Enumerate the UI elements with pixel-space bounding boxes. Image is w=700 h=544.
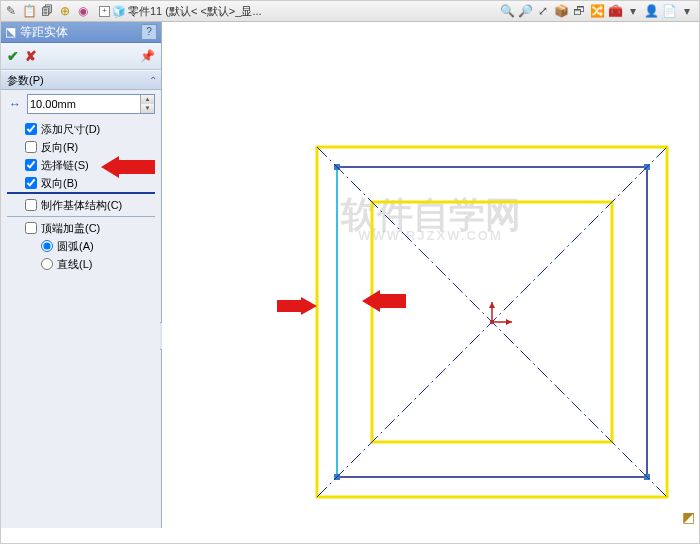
tool-icon-2[interactable]: 📋: [21, 3, 37, 19]
cap-ends-option[interactable]: 顶端加盖(C): [7, 219, 155, 237]
reverse-checkbox[interactable]: [25, 141, 37, 153]
tool-icon-1[interactable]: ✎: [3, 3, 19, 19]
parameters-section-header[interactable]: 参数(P) ⌃: [1, 70, 161, 90]
dropdown-icon-2[interactable]: ▾: [679, 3, 695, 19]
add-dimension-label: 添加尺寸(D): [41, 122, 100, 137]
app-window: ✎ 📋 🗐 ⊕ ◉ + 🧊 零件11 (默认< <默认>_显... 🔍 🔎 ⤢ …: [0, 0, 700, 544]
arc-label: 圆弧(A): [57, 239, 94, 254]
svg-point-4: [490, 320, 494, 324]
reverse-option[interactable]: 反向(R): [7, 138, 155, 156]
cap-ends-label: 顶端加盖(C): [41, 221, 100, 236]
parameters-label: 参数(P): [7, 73, 44, 88]
distance-icon: ↔: [7, 97, 23, 111]
top-toolbar: ✎ 📋 🗐 ⊕ ◉ + 🧊 零件11 (默认< <默认>_显... 🔍 🔎 ⤢ …: [1, 1, 699, 22]
tool-icon-4[interactable]: ⊕: [57, 3, 73, 19]
offset-distance-row: ↔ 10.00mm ▲▼: [7, 94, 155, 114]
zoom-area-icon[interactable]: 🔎: [517, 3, 533, 19]
bidirectional-option[interactable]: 双向(B): [7, 174, 155, 192]
spin-buttons[interactable]: ▲▼: [140, 95, 154, 113]
main-body: ⬔ 等距实体 ? ✔ ✘ 📌 参数(P) ⌃ ↔ 10.00mm ▲▼: [1, 22, 699, 528]
cancel-button[interactable]: ✘: [25, 48, 37, 64]
ok-button[interactable]: ✔: [7, 48, 19, 64]
offset-distance-input[interactable]: 10.00mm ▲▼: [27, 94, 155, 114]
pan-icon[interactable]: ⤢: [535, 3, 551, 19]
separator: [7, 216, 155, 217]
tool-icon-3[interactable]: 🗐: [39, 3, 55, 19]
tree-expand-icon[interactable]: +: [99, 6, 110, 17]
make-base-label: 制作基体结构(C): [41, 198, 122, 213]
sketch-svg: [162, 22, 700, 542]
line-radio[interactable]: [41, 258, 53, 270]
hide-show-icon[interactable]: 🧰: [607, 3, 623, 19]
chevron-up-icon: ⌃: [149, 75, 157, 86]
add-dimension-checkbox[interactable]: [25, 123, 37, 135]
graphics-canvas[interactable]: 软件自学网 WWW.RJZXW.COM: [162, 22, 699, 528]
tool-icon-5[interactable]: ◉: [75, 3, 91, 19]
arc-radio[interactable]: [41, 240, 53, 252]
panel-confirm-row: ✔ ✘ 📌: [1, 43, 161, 70]
arc-option[interactable]: 圆弧(A): [7, 237, 155, 255]
select-chain-checkbox[interactable]: [25, 159, 37, 171]
scene-icon[interactable]: 📄: [661, 3, 677, 19]
line-option[interactable]: 直线(L): [7, 255, 155, 273]
section-view-icon[interactable]: 🗗: [571, 3, 587, 19]
svg-marker-1: [489, 302, 495, 308]
display-style-icon[interactable]: 🔀: [589, 3, 605, 19]
offset-entities-icon: ⬔: [5, 25, 16, 39]
select-chain-option[interactable]: 选择链(S): [7, 156, 155, 174]
make-base-checkbox[interactable]: [25, 199, 37, 211]
make-base-option[interactable]: 制作基体结构(C): [7, 196, 155, 214]
property-panel: ⬔ 等距实体 ? ✔ ✘ 📌 参数(P) ⌃ ↔ 10.00mm ▲▼: [1, 22, 162, 528]
selection-underline: [7, 192, 155, 194]
view-toolbar: 🔍 🔎 ⤢ 📦 🗗 🔀 🧰 ▾ 👤 📄 ▾: [499, 3, 695, 19]
svg-marker-3: [506, 319, 512, 325]
bidirectional-checkbox[interactable]: [25, 177, 37, 189]
select-chain-label: 选择链(S): [41, 158, 89, 173]
panel-title-bar: ⬔ 等距实体 ?: [1, 22, 161, 43]
offset-distance-value: 10.00mm: [30, 98, 76, 110]
document-title-area: + 🧊 零件11 (默认< <默认>_显...: [99, 4, 262, 19]
appearance-icon[interactable]: 👤: [643, 3, 659, 19]
add-dimension-option[interactable]: 添加尺寸(D): [7, 120, 155, 138]
parameters-section-body: ↔ 10.00mm ▲▼ 添加尺寸(D) 反向(R): [1, 90, 161, 281]
bidirectional-label: 双向(B): [41, 176, 78, 191]
triad-icon[interactable]: ◩: [679, 508, 697, 526]
line-label: 直线(L): [57, 257, 92, 272]
cap-ends-checkbox[interactable]: [25, 222, 37, 234]
toolbar-left-group: ✎ 📋 🗐 ⊕ ◉: [3, 3, 91, 19]
panel-help-button[interactable]: ?: [141, 24, 157, 40]
part-icon: 🧊: [112, 5, 126, 18]
zoom-fit-icon[interactable]: 🔍: [499, 3, 515, 19]
pin-button[interactable]: 📌: [140, 49, 155, 63]
panel-title-text: 等距实体: [20, 24, 68, 41]
document-title: 零件11 (默认< <默认>_显...: [128, 4, 262, 19]
view-cube-icon[interactable]: 📦: [553, 3, 569, 19]
dropdown-icon-1[interactable]: ▾: [625, 3, 641, 19]
reverse-label: 反向(R): [41, 140, 78, 155]
